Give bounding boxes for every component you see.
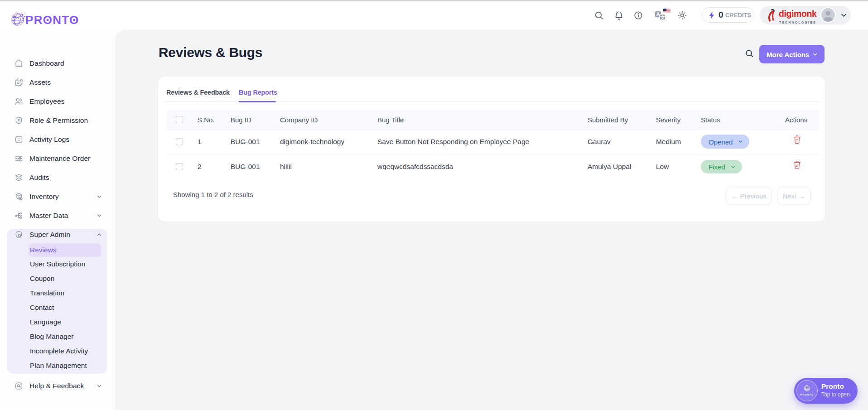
svg-text:文: 文 bbox=[661, 15, 665, 20]
svg-text:PRONTO: PRONTO bbox=[25, 13, 79, 27]
